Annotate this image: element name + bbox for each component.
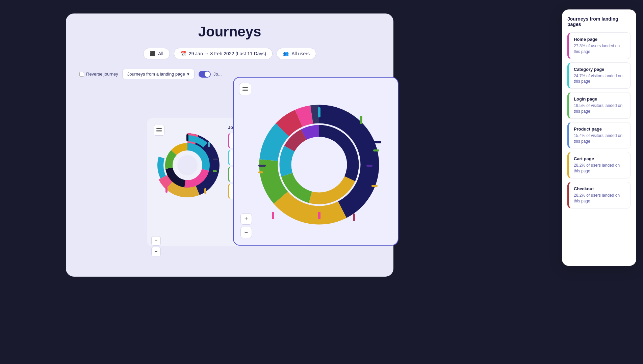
svg-rect-10 xyxy=(186,134,188,141)
toggle-row: Jo... xyxy=(199,71,222,78)
journey-type-dropdown[interactable]: Journeys from a landing page ▾ xyxy=(122,69,195,79)
svg-rect-15 xyxy=(165,187,168,193)
sidebar-title: Journeys from landing pages xyxy=(567,16,631,27)
svg-rect-35 xyxy=(353,214,355,221)
sidebar-item-name-0: Home page xyxy=(574,37,626,42)
sidebar-item-name-3: Product page xyxy=(574,127,626,132)
bg-zoom-controls: + − xyxy=(151,236,161,256)
svg-rect-13 xyxy=(213,170,217,172)
svg-rect-37 xyxy=(258,165,266,167)
svg-point-9 xyxy=(177,155,198,175)
svg-rect-40 xyxy=(366,165,372,167)
main-chart-panel: + − xyxy=(233,77,398,246)
users-filter-btn[interactable]: 👥 All users xyxy=(277,48,316,59)
users-icon: 👥 xyxy=(283,51,289,56)
sidebar-panel: Journeys from landing pages Home page 27… xyxy=(562,9,636,266)
svg-rect-31 xyxy=(360,116,362,124)
sidebar-item-name-5: Checkout xyxy=(574,186,626,191)
sidebar-item-3[interactable]: Product page 15.4% of visitors landed on… xyxy=(567,122,631,149)
svg-rect-14 xyxy=(204,188,206,194)
sidebar-item-desc-3: 15.4% of visitors landed on this page xyxy=(574,133,626,144)
bg-donut-svg xyxy=(154,125,221,206)
svg-rect-30 xyxy=(318,107,320,117)
filter-bar: ⬛ All 📅 29 Jan → 8 Feb 2022 (Last 11 Day… xyxy=(79,48,380,59)
monitor-icon: ⬛ xyxy=(150,51,155,56)
sidebar-item-desc-2: 19.5% of visitors landed on this page xyxy=(574,103,626,114)
page-title: Journeys xyxy=(79,24,380,40)
sidebar-item-0[interactable]: Home page 27.3% of users landed on this … xyxy=(567,32,631,59)
svg-rect-33 xyxy=(373,149,379,151)
hamburger-icon-main xyxy=(242,87,248,91)
main-menu-icon[interactable] xyxy=(239,83,251,95)
dropdown-label-text: Journeys from a landing page xyxy=(127,72,185,77)
svg-rect-38 xyxy=(258,171,263,173)
svg-rect-36 xyxy=(272,212,274,219)
bg-zoom-out-btn[interactable]: − xyxy=(151,247,161,256)
all-filter-label: All xyxy=(158,51,163,56)
sidebar-item-2[interactable]: Login page 19.5% of visitors landed on t… xyxy=(567,92,631,119)
svg-rect-41 xyxy=(275,124,278,132)
reverse-journey-checkbox[interactable] xyxy=(79,72,84,77)
calendar-icon: 📅 xyxy=(180,51,186,56)
sidebar-items-list: Home page 27.3% of users landed on this … xyxy=(567,32,631,208)
svg-rect-34 xyxy=(371,185,378,187)
svg-rect-39 xyxy=(318,212,320,219)
bg-zoom-in-btn[interactable]: + xyxy=(151,236,161,246)
main-zoom-in-btn[interactable]: + xyxy=(240,213,252,225)
all-filter-btn[interactable]: ⬛ All xyxy=(143,48,170,59)
toggle-label: Jo... xyxy=(213,72,222,77)
sidebar-item-desc-1: 24.7% of visitors landed on this page xyxy=(574,73,626,85)
sidebar-item-1[interactable]: Category page 24.7% of visitors landed o… xyxy=(567,62,631,89)
sidebar-item-name-2: Login page xyxy=(574,96,626,102)
sidebar-item-name-4: Cart page xyxy=(574,156,626,161)
date-filter-label: 29 Jan → 8 Feb 2022 (Last 11 Days) xyxy=(189,51,266,56)
sidebar-item-5[interactable]: Checkout 28.2% of users landed on this p… xyxy=(567,182,631,208)
users-filter-label: All users xyxy=(291,51,310,56)
date-filter-btn[interactable]: 📅 29 Jan → 8 Feb 2022 (Last 11 Days) xyxy=(174,48,273,59)
svg-point-29 xyxy=(298,144,340,186)
sidebar-item-desc-4: 28.2% of users landed on this page xyxy=(574,163,626,174)
journey-toggle[interactable] xyxy=(199,71,211,78)
main-zoom-controls: + − xyxy=(240,213,252,238)
chevron-down-icon: ▾ xyxy=(187,72,189,77)
svg-rect-12 xyxy=(213,159,218,160)
main-zoom-out-btn[interactable]: − xyxy=(240,227,252,238)
sidebar-item-desc-5: 28.2% of users landed on this page xyxy=(574,193,626,204)
reverse-journey-label[interactable]: Reverse journey xyxy=(79,72,118,77)
bg-donut-chart xyxy=(154,125,221,206)
sidebar-item-name-1: Category page xyxy=(574,67,626,72)
sidebar-item-4[interactable]: Cart page 28.2% of users landed on this … xyxy=(567,152,631,178)
main-donut-svg xyxy=(252,97,387,232)
svg-rect-11 xyxy=(208,142,210,147)
reverse-journey-text: Reverse journey xyxy=(86,72,118,77)
main-donut-container xyxy=(252,97,380,225)
svg-rect-32 xyxy=(373,141,381,143)
sidebar-item-desc-0: 27.3% of users landed on this page xyxy=(574,43,626,55)
